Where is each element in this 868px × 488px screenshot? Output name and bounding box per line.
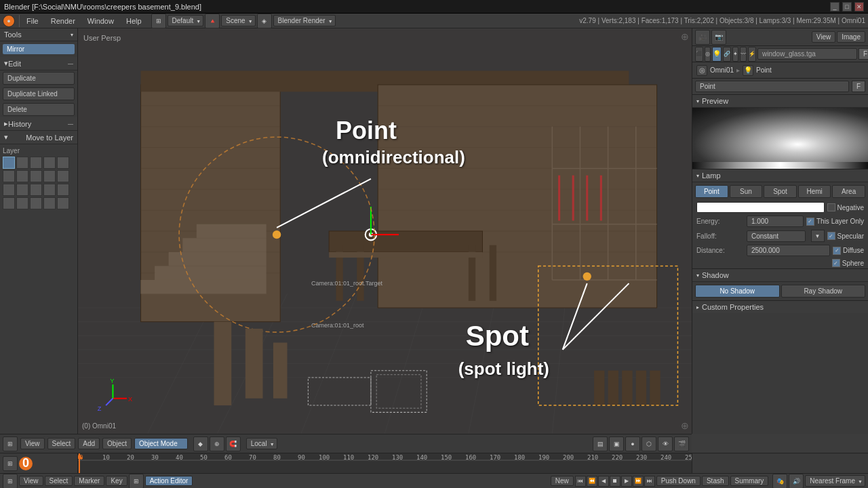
bottom-select-btn[interactable]: Select xyxy=(45,476,73,486)
view-btn[interactable]: View xyxy=(812,31,836,43)
next-frame-btn[interactable]: ⏩ xyxy=(633,476,644,487)
bottom-key-btn[interactable]: Key xyxy=(106,476,127,486)
prev-frame-btn[interactable]: ⏪ xyxy=(587,476,597,487)
breadcrumb-lamp-icon[interactable]: 💡 xyxy=(743,65,753,76)
shading-icon-4[interactable]: ⬡ xyxy=(642,436,656,451)
viewport-object-btn[interactable]: Object xyxy=(102,438,132,449)
no-shadow-btn[interactable]: No Shadow xyxy=(695,285,780,298)
transform-orient-icon[interactable]: ⊕ xyxy=(210,436,224,451)
layer-cell-14[interactable] xyxy=(43,184,56,196)
layer-cell-15[interactable] xyxy=(57,184,69,196)
layer-cell-16[interactable] xyxy=(3,197,15,209)
specular-checkbox-box[interactable]: ✓ xyxy=(827,232,835,240)
nearest-frame-dropdown[interactable]: Nearest Frame xyxy=(805,475,865,487)
layer-cell-13[interactable] xyxy=(30,184,42,196)
lamp-f-btn[interactable]: F xyxy=(852,81,865,92)
timeline-context-icon[interactable]: ⊞ xyxy=(3,456,18,471)
layer-cell-1[interactable] xyxy=(3,157,15,169)
jump-end-btn[interactable]: ⏭ xyxy=(644,476,655,487)
viewport-context-icon[interactable]: ⊞ xyxy=(3,436,18,451)
minimize-button[interactable]: _ xyxy=(830,2,840,12)
energy-value[interactable]: 1.000 xyxy=(747,216,804,227)
frame-indicator[interactable]: 0 xyxy=(19,457,33,470)
viewport-corner-resize[interactable]: ⊕ xyxy=(681,31,689,42)
lamp-header[interactable]: ▾ Lamp xyxy=(692,169,868,182)
tools-section-header[interactable]: Tools ▾ xyxy=(0,28,77,41)
prop-icon-1[interactable]: ⬛ xyxy=(695,47,703,62)
blender-logo-btn[interactable]: ● xyxy=(3,15,15,27)
layer-cell-5[interactable] xyxy=(57,157,69,169)
layer-cell-20[interactable] xyxy=(57,197,69,209)
shadow-header[interactable]: ▾ Shadow xyxy=(692,269,868,282)
layer-cell-19[interactable] xyxy=(43,197,56,209)
play-btn[interactable]: ▶ xyxy=(621,476,632,487)
layer-cell-4[interactable] xyxy=(43,157,56,169)
shading-icon-1[interactable]: ▤ xyxy=(593,436,608,451)
layer-cell-6[interactable] xyxy=(3,170,15,182)
shading-icon-3[interactable]: ● xyxy=(625,436,640,451)
scene-dropdown[interactable]: Scene xyxy=(221,15,255,26)
lamp-color-swatch[interactable] xyxy=(696,202,825,213)
stash-btn[interactable]: Stash xyxy=(702,476,729,486)
new-action-btn[interactable]: New xyxy=(551,476,574,486)
edit-collapse-icon[interactable]: — xyxy=(68,60,73,66)
ray-shadow-btn[interactable]: Ray Shadow xyxy=(781,285,866,298)
lamp-spot-btn[interactable]: Spot xyxy=(764,185,797,198)
timeline-main[interactable]: 0 10 20 30 40 50 60 70 80 90 100 110 120… xyxy=(78,453,692,473)
close-button[interactable]: ✕ xyxy=(854,2,864,12)
object-mode-dropdown[interactable]: Object Mode xyxy=(134,438,188,449)
action-editor-label[interactable]: Action Editor xyxy=(145,476,193,486)
shading-icon-2[interactable]: ▣ xyxy=(609,436,624,451)
jump-start-btn[interactable]: ⏮ xyxy=(575,476,586,487)
maximize-button[interactable]: □ xyxy=(842,2,852,12)
screen-layout-icon[interactable]: ⊞ xyxy=(151,14,166,28)
preview-header[interactable]: ▾ Preview xyxy=(692,95,868,108)
bottom-view-btn[interactable]: View xyxy=(19,476,43,486)
layer-cell-11[interactable] xyxy=(3,184,15,196)
breadcrumb-obj-icon[interactable]: ◎ xyxy=(696,65,707,76)
lamp-sun-btn[interactable]: Sun xyxy=(730,185,763,198)
this-layer-checkbox-box[interactable]: ✓ xyxy=(806,218,814,226)
prop-icon-5[interactable]: ✦ xyxy=(732,47,738,62)
pivot-icon[interactable]: ◆ xyxy=(193,436,208,451)
play-reverse-btn[interactable]: ◀ xyxy=(598,476,609,487)
mirror-btn[interactable]: Mirror xyxy=(3,44,75,54)
layer-cell-18[interactable] xyxy=(30,197,42,209)
scene-icon[interactable]: 🔺 xyxy=(205,14,220,28)
lamp-point-btn[interactable]: Point xyxy=(695,185,728,198)
stop-btn[interactable]: ⏹ xyxy=(610,476,620,487)
overlay-icon[interactable]: 👁 xyxy=(658,436,673,451)
menu-render[interactable]: Render xyxy=(45,16,81,26)
layer-cell-8[interactable] xyxy=(30,170,42,182)
push-down-btn[interactable]: Push Down xyxy=(656,476,701,486)
prop-icon-lamp[interactable]: 💡 xyxy=(712,47,722,62)
layer-cell-2[interactable] xyxy=(16,157,28,169)
history-collapse-icon[interactable]: — xyxy=(68,121,73,127)
viewport-select-btn[interactable]: Select xyxy=(47,438,76,449)
falloff-dropdown[interactable]: Constant xyxy=(747,230,806,242)
delete-btn[interactable]: Delete xyxy=(3,103,75,116)
custom-props-header[interactable]: ▸ Custom Properties xyxy=(692,301,868,313)
texture-name-field[interactable]: window_glass.tga xyxy=(757,48,857,60)
3d-viewport[interactable]: X Y Z User Persp Point (omnidirectional)… xyxy=(78,28,692,434)
lamp-hemi-btn[interactable]: Hemi xyxy=(798,185,831,198)
viewport-view-btn[interactable]: View xyxy=(20,438,45,449)
menu-file[interactable]: File xyxy=(21,16,44,26)
bottom-context-icon[interactable]: ⊞ xyxy=(3,474,18,489)
layer-cell-3[interactable] xyxy=(30,157,42,169)
layer-cell-7[interactable] xyxy=(16,170,28,182)
bottom-marker-btn[interactable]: Marker xyxy=(74,476,104,486)
viewport-corner-resize-br[interactable]: ⊕ xyxy=(681,420,689,431)
transform-dropdown[interactable]: Local xyxy=(246,438,277,449)
render-icon[interactable]: 🎬 xyxy=(674,436,689,451)
menu-help[interactable]: Help xyxy=(121,16,147,26)
sphere-checkbox-box[interactable]: ✓ xyxy=(832,259,840,267)
duplicate-linked-btn[interactable]: Duplicate Linked xyxy=(3,87,75,100)
lamp-name-input[interactable] xyxy=(695,81,849,92)
layout-dropdown[interactable]: Default xyxy=(167,15,204,26)
prop-icon-6[interactable]: 〰 xyxy=(740,47,747,62)
action-editor-icon[interactable]: ⊞ xyxy=(129,474,144,489)
render-engine-dropdown[interactable]: Blender Render xyxy=(273,15,336,26)
duplicate-btn[interactable]: Duplicate xyxy=(3,72,75,85)
layer-cell-17[interactable] xyxy=(16,197,28,209)
